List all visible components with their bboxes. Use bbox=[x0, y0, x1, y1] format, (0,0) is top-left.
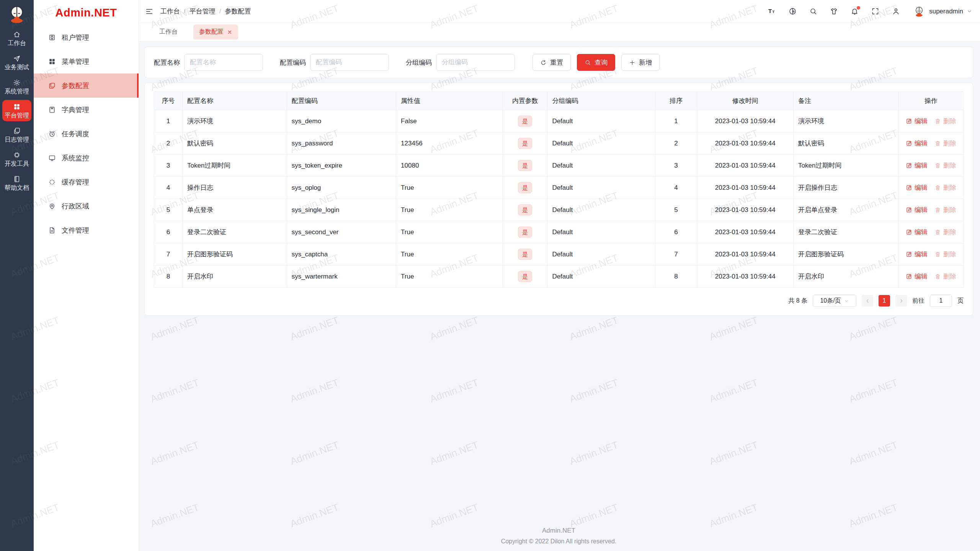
sidebar-menu-label: 缓存管理 bbox=[62, 178, 89, 187]
rail-item[interactable]: 工作台 bbox=[2, 28, 31, 49]
app-logo bbox=[0, 0, 34, 25]
chevron-down-icon bbox=[844, 298, 849, 303]
delete-button[interactable]: 删除 bbox=[934, 183, 956, 192]
cell-builtin: 是 bbox=[503, 243, 547, 266]
edit-button[interactable]: 编辑 bbox=[906, 250, 928, 259]
edit-button[interactable]: 编辑 bbox=[906, 228, 928, 236]
topbar: 工作台 / 平台管理 / 参数配置 TT bbox=[139, 0, 980, 23]
delete-icon bbox=[934, 251, 941, 258]
search-icon bbox=[585, 59, 591, 66]
edit-button[interactable]: 编辑 bbox=[906, 272, 928, 281]
page-tab[interactable]: 工作台 bbox=[154, 24, 183, 39]
cell-actions: 编辑 删除 bbox=[898, 266, 963, 288]
delete-icon bbox=[934, 140, 941, 147]
cell-actions: 编辑 删除 bbox=[898, 155, 963, 177]
filter-input[interactable] bbox=[184, 54, 263, 71]
next-page-button[interactable] bbox=[895, 295, 907, 306]
sidebar-menu-item[interactable]: 文件管理 bbox=[34, 218, 139, 242]
user-icon[interactable] bbox=[892, 7, 900, 15]
sidebar-menu-item[interactable]: 系统监控 bbox=[34, 146, 139, 170]
delete-button[interactable]: 删除 bbox=[934, 117, 956, 126]
theme-icon[interactable] bbox=[830, 7, 838, 15]
grid-icon bbox=[13, 103, 21, 111]
edit-button[interactable]: 编辑 bbox=[906, 205, 928, 214]
sidebar-menu-item[interactable]: 参数配置 bbox=[34, 73, 139, 98]
sidebar-menu-label: 任务调度 bbox=[62, 129, 89, 139]
config-table: 序号 配置名称 配置编码 属性值 内置参数 分组编码 排序 修改时间 备注 操作 bbox=[154, 91, 964, 288]
current-page-button[interactable]: 1 bbox=[879, 295, 890, 306]
search-icon[interactable] bbox=[809, 7, 817, 15]
cell-time: 2023-01-03 10:59:44 bbox=[697, 243, 794, 266]
add-button[interactable]: 新增 bbox=[621, 54, 660, 71]
cell-time: 2023-01-03 10:59:44 bbox=[697, 155, 794, 177]
close-icon[interactable] bbox=[227, 29, 232, 35]
cell-code: sys_oplog bbox=[287, 177, 396, 199]
sidebar-menu-item[interactable]: 租户管理 bbox=[34, 25, 139, 49]
delete-button[interactable]: 删除 bbox=[934, 272, 956, 281]
location-icon bbox=[48, 202, 56, 210]
filter-input[interactable] bbox=[310, 54, 389, 71]
home-icon bbox=[13, 31, 21, 38]
filter-input[interactable] bbox=[436, 54, 515, 71]
fullscreen-icon[interactable] bbox=[871, 7, 879, 15]
cell-value: True bbox=[396, 243, 503, 266]
sidebar-menu-item[interactable]: 缓存管理 bbox=[34, 170, 139, 194]
user-menu[interactable]: superadmin bbox=[913, 5, 972, 18]
delete-button[interactable]: 删除 bbox=[934, 228, 956, 236]
rail-item-label: 帮助文档 bbox=[5, 185, 29, 191]
cell-value: True bbox=[396, 221, 503, 243]
rail-item-label: 日志管理 bbox=[5, 137, 29, 143]
reset-button[interactable]: 重置 bbox=[532, 54, 571, 71]
sidebar-menu-item[interactable]: 任务调度 bbox=[34, 122, 139, 146]
delete-button[interactable]: 删除 bbox=[934, 161, 956, 170]
chevron-right-icon bbox=[899, 298, 904, 303]
page-tab[interactable]: 参数配置 bbox=[193, 24, 238, 39]
building-icon bbox=[48, 34, 56, 41]
footer-title: Admin.NET bbox=[144, 527, 973, 535]
cell-value: 123456 bbox=[396, 132, 503, 155]
language-icon[interactable] bbox=[789, 7, 797, 15]
rail-item[interactable]: 日志管理 bbox=[2, 124, 31, 145]
page-content: 配置名称 配置编码 分组编码 bbox=[139, 41, 980, 551]
edit-icon bbox=[906, 273, 912, 280]
delete-button[interactable]: 删除 bbox=[934, 139, 956, 148]
builtin-tag: 是 bbox=[518, 182, 532, 193]
rail-item[interactable]: 帮助文档 bbox=[2, 172, 31, 194]
edit-button[interactable]: 编辑 bbox=[906, 161, 928, 170]
rail-item[interactable]: 系统管理 bbox=[2, 76, 31, 97]
delete-icon bbox=[934, 229, 941, 235]
prev-page-button[interactable] bbox=[862, 295, 873, 306]
col-header-sort: 排序 bbox=[655, 92, 697, 110]
breadcrumb-item[interactable]: 参数配置 bbox=[225, 7, 258, 16]
collapse-icon[interactable] bbox=[145, 7, 154, 16]
breadcrumb-item[interactable]: 工作台 / bbox=[160, 7, 189, 16]
fontsize-icon[interactable]: TT bbox=[768, 7, 776, 15]
query-button[interactable]: 查询 bbox=[577, 54, 615, 71]
cell-remark: 开启图形验证码 bbox=[794, 243, 899, 266]
breadcrumb-item[interactable]: 平台管理 / bbox=[189, 7, 225, 16]
rail-item[interactable]: 平台管理 bbox=[2, 100, 31, 121]
rail-item[interactable]: 开发工具 bbox=[2, 148, 31, 170]
edit-button[interactable]: 编辑 bbox=[906, 139, 928, 148]
notification-badge bbox=[857, 6, 860, 10]
delete-button[interactable]: 删除 bbox=[934, 250, 956, 259]
cell-remark: 开启水印 bbox=[794, 266, 899, 288]
sidebar-menu: 租户管理 菜单管理 参数配置 字典管理 bbox=[34, 25, 139, 242]
edit-icon bbox=[906, 118, 912, 124]
rail-item[interactable]: 业务测试 bbox=[2, 52, 31, 73]
page-size-select[interactable]: 10条/页 bbox=[813, 295, 856, 307]
col-header-actions: 操作 bbox=[898, 92, 963, 110]
cell-sort: 7 bbox=[655, 243, 697, 266]
sidebar-menu-item[interactable]: 菜单管理 bbox=[34, 49, 139, 73]
cell-time: 2023-01-03 10:59:44 bbox=[697, 110, 794, 132]
avatar bbox=[913, 5, 926, 18]
col-header-time: 修改时间 bbox=[697, 92, 794, 110]
sidebar-menu-item[interactable]: 行政区域 bbox=[34, 194, 139, 218]
goto-page-input[interactable] bbox=[930, 295, 952, 307]
cell-sort: 4 bbox=[655, 177, 697, 199]
rail-item-label: 开发工具 bbox=[5, 161, 29, 167]
sidebar-menu-item[interactable]: 字典管理 bbox=[34, 98, 139, 122]
edit-button[interactable]: 编辑 bbox=[906, 117, 928, 126]
edit-button[interactable]: 编辑 bbox=[906, 183, 928, 192]
delete-button[interactable]: 删除 bbox=[934, 205, 956, 214]
